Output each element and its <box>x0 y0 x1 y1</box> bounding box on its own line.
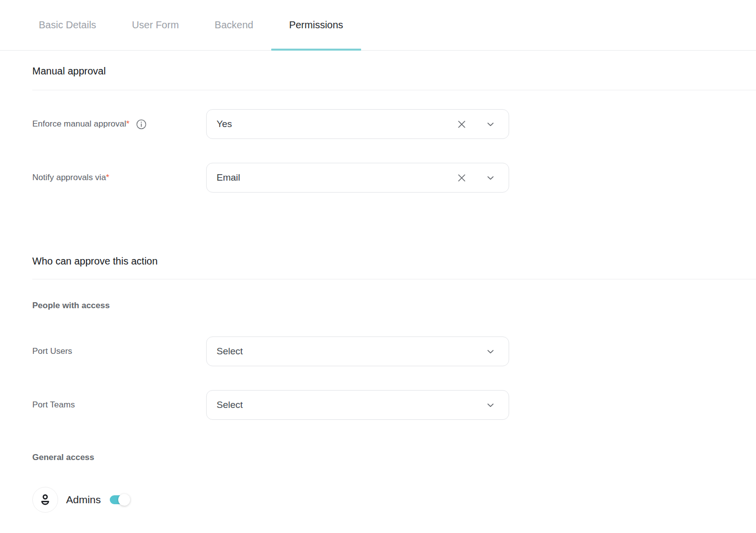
section-divider <box>32 279 756 279</box>
avatar <box>32 487 58 513</box>
section-title-manual-approval: Manual approval <box>32 65 756 77</box>
section-title-who-can-approve: Who can approve this action <box>32 255 756 267</box>
notify-approvals-via-select[interactable]: Email <box>206 163 509 193</box>
select-controls <box>456 172 496 184</box>
field-label-notify-approvals-via: Notify approvals via* <box>32 172 109 183</box>
permissions-panel: Manual approval Enforce manual approval*… <box>0 51 756 513</box>
section-divider <box>32 90 756 90</box>
tab-backend[interactable]: Backend <box>197 0 271 50</box>
chevron-down-icon[interactable] <box>485 119 496 130</box>
field-row-port-users: Port Users Select <box>32 336 756 366</box>
field-label-text: Enforce manual approval <box>32 119 126 129</box>
info-icon[interactable] <box>136 119 147 130</box>
select-placeholder: Select <box>217 346 485 357</box>
field-label-col: Port Users <box>32 346 206 357</box>
tab-user-form[interactable]: User Form <box>114 0 197 50</box>
clear-icon[interactable] <box>456 172 467 184</box>
field-label-port-teams: Port Teams <box>32 400 75 410</box>
select-value: Yes <box>217 119 456 130</box>
enforce-manual-approval-select[interactable]: Yes <box>206 109 509 139</box>
field-label-col: Enforce manual approval* <box>32 119 206 130</box>
tab-permissions[interactable]: Permissions <box>271 0 361 50</box>
field-row-enforce-manual-approval: Enforce manual approval* Yes <box>32 109 756 139</box>
tab-bar: Basic Details User Form Backend Permissi… <box>0 0 756 51</box>
subheading-people-with-access: People with access <box>32 300 756 312</box>
field-label-port-users: Port Users <box>32 346 72 357</box>
select-controls <box>485 346 496 357</box>
field-label-enforce-manual-approval: Enforce manual approval* <box>32 119 130 130</box>
chevron-down-icon[interactable] <box>485 400 496 410</box>
field-label-text: Notify approvals via <box>32 173 106 182</box>
chevron-down-icon[interactable] <box>485 346 496 357</box>
field-row-notify-approvals-via: Notify approvals via* Email <box>32 163 756 193</box>
port-teams-select[interactable]: Select <box>206 390 509 420</box>
field-row-port-teams: Port Teams Select <box>32 390 756 420</box>
required-asterisk: * <box>106 173 109 182</box>
tab-basic-details[interactable]: Basic Details <box>21 0 114 50</box>
field-label-col: Port Teams <box>32 400 206 410</box>
required-asterisk: * <box>126 119 130 129</box>
subheading-general-access: General access <box>32 452 756 464</box>
admins-toggle[interactable] <box>110 495 129 504</box>
port-users-select[interactable]: Select <box>206 336 509 366</box>
select-placeholder: Select <box>217 400 485 410</box>
chevron-down-icon[interactable] <box>485 173 496 183</box>
person-icon <box>38 492 53 507</box>
select-value: Email <box>217 172 456 183</box>
admins-label: Admins <box>66 494 101 506</box>
general-access-admins-row: Admins <box>32 487 756 513</box>
toggle-knob <box>118 494 130 506</box>
select-controls <box>456 119 496 130</box>
select-controls <box>485 400 496 410</box>
clear-icon[interactable] <box>456 119 467 130</box>
field-label-col: Notify approvals via* <box>32 172 206 183</box>
